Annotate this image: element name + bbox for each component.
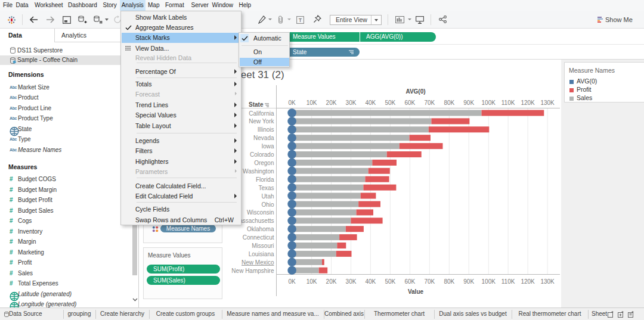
svg-text:New Mexico: New Mexico <box>242 259 274 266</box>
svg-text:Connecticut: Connecticut <box>243 234 274 241</box>
svg-text:Oregon: Oregon <box>254 160 274 166</box>
svg-text:Missouri: Missouri <box>252 243 274 249</box>
svg-text:Oklahoma: Oklahoma <box>247 226 274 232</box>
svg-text:State: State <box>249 101 264 108</box>
svg-text:Ohio: Ohio <box>261 201 274 208</box>
svg-text:120K: 120K <box>521 100 535 106</box>
svg-text:Value: Value <box>408 288 424 295</box>
svg-text:60K: 60K <box>405 278 416 285</box>
svg-text:90K: 90K <box>463 100 474 106</box>
svg-text:T: T <box>299 17 302 23</box>
svg-text:90K: 90K <box>463 278 474 285</box>
svg-text:100K: 100K <box>482 278 496 285</box>
svg-text:20K: 20K <box>326 100 337 106</box>
svg-text:120K: 120K <box>521 278 535 285</box>
svg-text:50K: 50K <box>385 278 396 285</box>
svg-text:70K: 70K <box>424 278 435 285</box>
svg-text:0K: 0K <box>288 100 296 106</box>
svg-text:80K: 80K <box>444 278 454 285</box>
svg-text:70K: 70K <box>424 100 435 106</box>
svg-text:Iowa: Iowa <box>261 143 274 150</box>
svg-text:Texas: Texas <box>258 185 274 191</box>
svg-text:40K: 40K <box>366 100 376 106</box>
svg-text:80K: 80K <box>444 100 454 106</box>
svg-text:130K: 130K <box>540 278 555 285</box>
svg-text:20K: 20K <box>326 278 337 285</box>
svg-text:New York: New York <box>249 118 274 125</box>
svg-text:40K: 40K <box>366 278 376 285</box>
svg-text:Washington: Washington <box>243 168 274 175</box>
svg-text:Utah: Utah <box>261 193 274 200</box>
svg-text:Wisconsin: Wisconsin <box>247 209 274 216</box>
svg-text:Illinois: Illinois <box>258 126 274 133</box>
svg-text:0K: 0K <box>288 278 296 285</box>
svg-text:10K: 10K <box>306 100 317 106</box>
svg-text:Louisiana: Louisiana <box>249 251 274 257</box>
svg-text:50K: 50K <box>385 100 396 106</box>
svg-text:30K: 30K <box>346 278 357 285</box>
svg-text:60K: 60K <box>405 100 416 106</box>
svg-text:10K: 10K <box>306 278 317 285</box>
svg-text:130K: 130K <box>540 100 555 106</box>
svg-text:New Hampshire: New Hampshire <box>231 268 274 274</box>
svg-text:30K: 30K <box>346 100 357 106</box>
svg-text:110K: 110K <box>501 100 515 106</box>
svg-text:California: California <box>249 110 274 117</box>
svg-text:Colorado: Colorado <box>250 151 274 158</box>
svg-text:110K: 110K <box>501 278 515 285</box>
svg-text:Nevada: Nevada <box>253 135 274 141</box>
svg-text:100K: 100K <box>482 100 496 106</box>
svg-text:AVG(0): AVG(0) <box>405 88 425 95</box>
svg-text:Florida: Florida <box>256 176 274 183</box>
